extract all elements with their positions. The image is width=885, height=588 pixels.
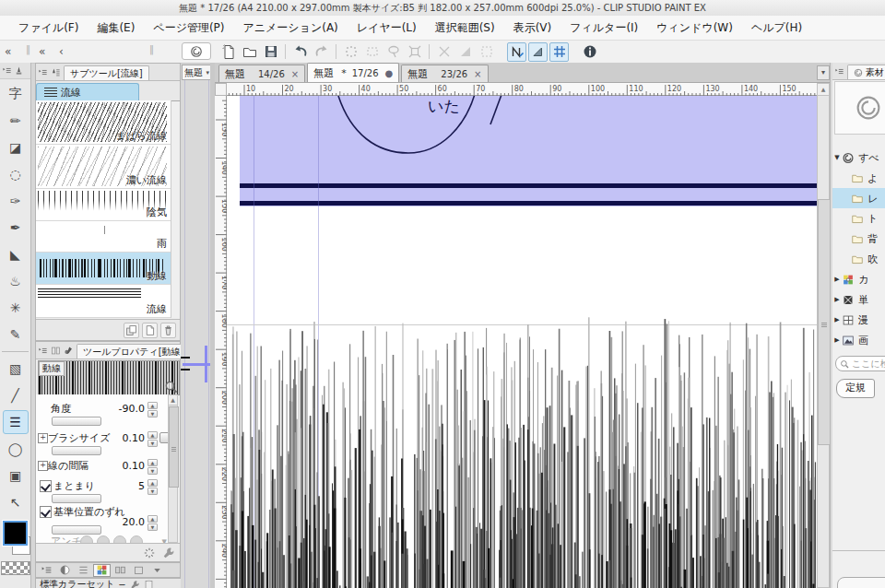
transform-button[interactable] (405, 42, 424, 62)
color-set-tab[interactable] (93, 564, 111, 577)
operation-tool[interactable]: ↖ (3, 490, 29, 514)
antialias-mid-option[interactable] (113, 535, 126, 543)
foreground-color-swatch[interactable] (3, 521, 28, 546)
redo-button[interactable] (312, 42, 331, 62)
snap-to-ruler-button[interactable] (507, 42, 526, 62)
all-settings-button[interactable] (141, 545, 157, 560)
material-search-field[interactable]: ここに検 (835, 356, 885, 371)
panel-menu-icon[interactable] (834, 66, 844, 76)
gradient-tool[interactable]: ▧ (3, 357, 29, 381)
tree-expander-icon[interactable]: ▶ (832, 296, 842, 303)
expand-plus-icon[interactable]: + (38, 461, 48, 471)
new-file-button[interactable] (218, 42, 238, 62)
tab-close-icon[interactable]: × (474, 69, 481, 79)
tree-expander-icon[interactable]: ▼ (832, 154, 842, 161)
open-file-button[interactable] (240, 42, 259, 62)
eraser-tool[interactable]: ◪ (3, 135, 29, 159)
material-tree-item-単[interactable]: ▶単 (832, 289, 885, 310)
snap-to-special-ruler-button[interactable] (528, 42, 548, 62)
menu-item-5[interactable]: 選択範囲(S) (426, 17, 504, 40)
menu-item-2[interactable]: ページ管理(P) (144, 17, 233, 40)
menu-item-3[interactable]: アニメーション(A) (234, 17, 348, 40)
tab-close-icon[interactable]: ● (385, 68, 394, 78)
panel-menu-icon[interactable] (38, 67, 48, 77)
fill-tool[interactable]: ◣ (3, 242, 29, 266)
snap-area-button[interactable] (477, 42, 496, 62)
menu-item-0[interactable]: ファイル(F) (9, 17, 88, 40)
select-again-button[interactable] (362, 42, 382, 62)
saturated-line-tool[interactable]: ✳ (3, 296, 29, 320)
collapse-tool-dock-button[interactable]: « (5, 43, 11, 60)
snap-off-button[interactable] (434, 42, 454, 62)
palette-menu-tab[interactable] (38, 564, 55, 577)
approximate-color-tab[interactable] (130, 564, 148, 577)
undo-button[interactable] (290, 42, 310, 62)
vertical-ruler[interactable]: 130140150160170180190200210220230240 (215, 96, 227, 588)
subtool-item-濃い流線[interactable]: 濃い流線 (36, 145, 171, 189)
clipboard-icon[interactable] (144, 580, 154, 588)
material-tree-item-よ[interactable]: よ (832, 168, 885, 188)
material-tree-item-吹[interactable]: 吹 (832, 249, 885, 269)
delete-subtool-button[interactable] (160, 323, 176, 338)
transparent-color-swatch[interactable] (1, 561, 30, 575)
subtool-item-陰気[interactable]: 陰気 (36, 189, 171, 221)
tab-overflow-button[interactable]: ▾ (817, 65, 830, 80)
subtool-group-tab[interactable]: 流線 (36, 83, 139, 100)
text-tool[interactable]: 字 (3, 82, 29, 106)
canvas-selector-dropdown[interactable]: 無題 ▾ (182, 65, 212, 80)
antialias-weak-option[interactable] (97, 535, 110, 543)
subtool-item-まばら流線[interactable]: まばら流線 (36, 100, 171, 145)
color-wheel-tab[interactable] (56, 564, 74, 577)
panel-menu-icon[interactable] (38, 346, 48, 356)
expand-plus-icon[interactable]: + (38, 433, 48, 443)
canvas-viewport[interactable]: いた (227, 96, 817, 588)
intermediate-color-tab[interactable] (112, 564, 129, 577)
decoration-tool[interactable]: ✏ (3, 109, 29, 133)
more-tab[interactable] (148, 564, 166, 577)
antialias-none-option[interactable] (80, 535, 93, 543)
stream-line-tool[interactable]: ☰ (3, 410, 29, 434)
material-tree-item-カ[interactable]: ▶カ (832, 269, 885, 289)
tag-ruler[interactable]: 定規 (836, 379, 875, 398)
menu-item-6[interactable]: 表示(V) (504, 17, 561, 40)
balloon-tool[interactable]: ◯ (3, 437, 29, 461)
material-tree-item-ト[interactable]: ト (832, 208, 885, 229)
clip-studio-logo-button[interactable] (182, 42, 211, 60)
menu-item-8[interactable]: ウィンドウ(W) (647, 17, 742, 40)
pen-tool[interactable]: ✒ (3, 216, 29, 240)
tree-expander-icon[interactable]: ▶ (832, 336, 842, 344)
menu-item-1[interactable]: 編集(E) (88, 17, 144, 40)
document-tab-23-26[interactable]: 無題23/26× (401, 65, 488, 82)
value-spinner[interactable]: ▲▼ (148, 459, 158, 472)
checkbox-checked[interactable] (40, 506, 52, 518)
horizontal-ruler[interactable]: 102030405060708090100110120130140150160 (227, 83, 817, 96)
register-subtool-button[interactable] (124, 323, 139, 338)
info-button[interactable] (580, 42, 599, 62)
color-slider-tab[interactable] (75, 564, 92, 577)
value-slider[interactable] (52, 494, 101, 503)
new-subtool-button[interactable] (142, 323, 158, 338)
subtool-item-動線[interactable]: 動線 (36, 253, 171, 285)
material-tree-item-レ[interactable]: レ (832, 188, 885, 208)
save-file-button[interactable] (261, 42, 280, 62)
menu-item-9[interactable]: ヘルプ(H) (742, 17, 811, 40)
tool-property-scrollbar[interactable]: ▲ (168, 394, 178, 543)
material-panel-tab[interactable]: 素材 (847, 65, 885, 79)
value-slider[interactable] (52, 525, 101, 535)
wrench-icon[interactable] (130, 580, 140, 588)
selection-tool[interactable]: ◌ (3, 162, 29, 186)
document-tab-17-26[interactable]: 無題*17/26● (307, 63, 399, 82)
value-slider[interactable] (52, 417, 101, 426)
material-tree-item-すべ[interactable]: ▼すべ (832, 147, 885, 168)
subtool-item-流線[interactable]: 流線 (36, 285, 171, 318)
subtool-detail-button[interactable] (160, 545, 176, 560)
material-tree-item-漫[interactable]: ▶漫 (832, 310, 885, 330)
material-tree-item-画[interactable]: ▶画 (832, 330, 885, 350)
frame-border-tool[interactable]: ▣ (3, 464, 29, 488)
value-spinner[interactable]: ▲▼ (148, 402, 158, 415)
document-tab-14-26[interactable]: 無題14/26× (218, 65, 305, 82)
menu-item-7[interactable]: フィルター(I) (560, 17, 647, 40)
line-tool[interactable]: ╱ (3, 383, 29, 407)
tree-expander-icon[interactable]: ▶ (832, 276, 842, 283)
subtool-item-雨[interactable]: 雨 (36, 221, 171, 253)
